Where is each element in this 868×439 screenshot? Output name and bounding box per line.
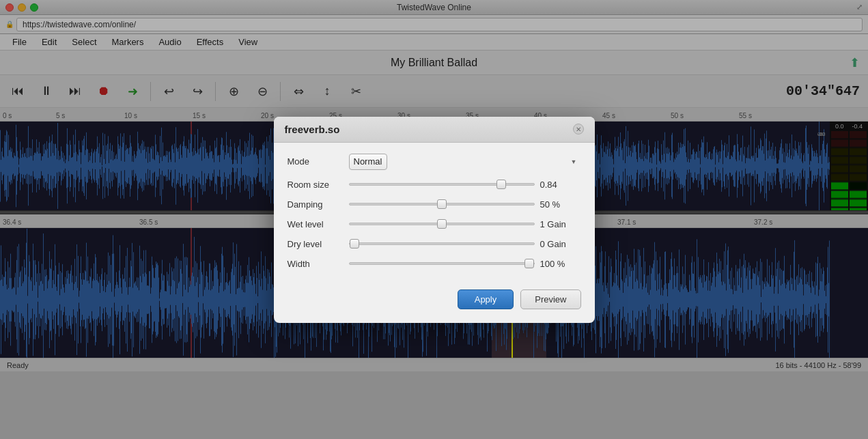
- mode-label: Mode: [288, 156, 349, 167]
- chevron-down-icon: ▼: [571, 158, 577, 165]
- apply-button[interactable]: Apply: [458, 289, 514, 309]
- modal-footer: Apply Preview: [274, 279, 595, 309]
- room-size-value: 0.84: [540, 180, 581, 190]
- wet-level-label: Wet level: [288, 219, 349, 229]
- dry-level-control: 0 Gain: [349, 239, 581, 249]
- modal-overlay: freeverb.so ✕ Mode Normal Freeze Wide ▼: [0, 0, 868, 439]
- damping-row: Damping 50 %: [288, 199, 581, 210]
- damping-control: 50 %: [349, 199, 581, 210]
- damping-slider[interactable]: [349, 203, 535, 206]
- damping-value: 50 %: [540, 199, 581, 210]
- preview-button[interactable]: Preview: [520, 289, 580, 309]
- dry-level-row: Dry level 0 Gain: [288, 239, 581, 249]
- damping-label: Damping: [288, 199, 349, 210]
- width-label: Width: [288, 259, 349, 269]
- width-slider[interactable]: [349, 262, 535, 265]
- wet-level-value: 1 Gain: [540, 219, 581, 229]
- width-control: 100 %: [349, 259, 581, 269]
- mode-row: Mode Normal Freeze Wide ▼: [288, 154, 581, 170]
- mode-control: Normal Freeze Wide ▼: [349, 154, 581, 170]
- dry-level-label: Dry level: [288, 239, 349, 249]
- room-size-row: Room size 0.84: [288, 180, 581, 190]
- room-size-label: Room size: [288, 180, 349, 190]
- dry-level-value: 0 Gain: [540, 239, 581, 249]
- width-value: 100 %: [540, 259, 581, 269]
- dry-level-slider[interactable]: [349, 242, 535, 245]
- modal-freeverb: freeverb.so ✕ Mode Normal Freeze Wide ▼: [274, 117, 595, 323]
- width-row: Width 100 %: [288, 259, 581, 269]
- mode-select[interactable]: Normal Freeze Wide: [349, 154, 387, 170]
- modal-close-button[interactable]: ✕: [573, 124, 584, 134]
- wet-level-row: Wet level 1 Gain: [288, 219, 581, 229]
- room-size-control: 0.84: [349, 180, 581, 190]
- mode-select-wrap: Normal Freeze Wide ▼: [349, 154, 581, 170]
- modal-header: freeverb.so ✕: [274, 117, 595, 143]
- modal-title: freeverb.so: [285, 124, 340, 135]
- wet-level-slider[interactable]: [349, 223, 535, 225]
- modal-body: Mode Normal Freeze Wide ▼ Room size: [274, 143, 595, 269]
- room-size-slider[interactable]: [349, 183, 535, 186]
- wet-level-control: 1 Gain: [349, 219, 581, 229]
